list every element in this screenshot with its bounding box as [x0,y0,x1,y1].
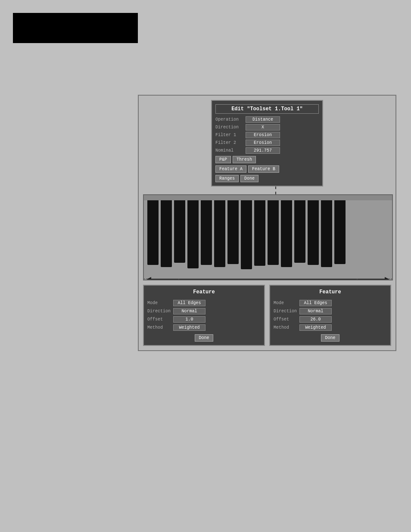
bar-5 [201,200,212,265]
fa-mode-label: Mode [147,301,173,305]
filter2-label: Filter 2 [215,140,246,145]
fa-offset-label: Offset [147,317,173,322]
ranges-button[interactable]: Ranges [215,175,239,182]
fb-method-value: Weighted [299,324,332,331]
direction-label: Direction [215,125,246,130]
filter1-value: Erosion [246,132,280,138]
fa-offset-row: Offset 1.0 [147,316,261,323]
nominal-row: Nominal 291.757 [215,147,319,154]
filter2-row: Filter 2 Erosion [215,140,319,146]
bar-3 [174,200,185,263]
image-inner [144,200,392,280]
fb-direction-row: Direction Normal [274,308,387,314]
connector-bottom-left [178,279,179,280]
feature-a-panel: Feature Mode All Edges Direction Normal … [143,285,265,346]
arrow-left [147,277,151,280]
top-black-bar [13,13,138,43]
feature-a-button[interactable]: Feature A [215,165,246,173]
operation-label: Operation [215,117,246,122]
filter2-value: Erosion [246,140,280,146]
dash-ext-right [389,279,393,279]
bar-6 [214,200,225,267]
fb-method-label: Method [274,325,299,330]
fb-method-row: Method Weighted [274,324,387,331]
bar-13 [308,200,319,265]
fa-method-row: Method Weighted [147,324,261,331]
direction-row: Direction X [215,124,319,131]
bar-15 [334,200,346,264]
fb-mode-row: Mode All Edges [274,300,387,306]
bar-7 [227,200,239,264]
direction-value: X [246,124,280,131]
bar-4 [187,200,199,268]
main-panel: Edit "Toolset 1.Tool 1" Operation Distan… [138,95,396,351]
fb-done-button[interactable]: Done [321,334,339,342]
nominal-label: Nominal [215,148,246,153]
connector-bottom-right [357,279,358,280]
fb-direction-value: Normal [299,308,332,314]
fa-done-button[interactable]: Done [195,334,213,342]
operation-value: Distance [246,116,280,123]
fb-mode-value: All Edges [299,300,332,306]
thresh-button[interactable]: Thresh [233,156,256,163]
bar-2 [161,200,172,267]
fa-method-label: Method [147,325,173,330]
bar-12 [294,200,305,263]
fb-offset-row: Offset 26.0 [274,316,387,323]
vertical-bars-container [147,200,392,271]
fb-offset-value: 26.0 [299,316,332,323]
filter1-row: Filter 1 Erosion [215,132,319,138]
button-row-1: P&P Thresh [215,156,319,163]
fb-mode-label: Mode [274,301,299,305]
bar-1 [147,200,159,265]
connector-top [275,187,276,194]
fa-done-row: Done [147,334,261,342]
operation-row: Operation Distance [215,116,319,123]
done-main-button[interactable]: Done [240,175,258,182]
dash-ext-left [143,279,147,279]
button-row-3: Ranges Done [215,175,319,182]
fa-offset-value: 1.0 [173,316,206,323]
feature-a-title: Feature [147,289,261,296]
feature-b-button[interactable]: Feature B [248,165,279,173]
bar-9 [254,200,265,266]
edit-dialog-wrapper: Edit "Toolset 1.Tool 1" Operation Distan… [143,100,391,187]
image-area [143,194,393,280]
bar-8 [241,200,252,269]
bar-14 [321,200,332,267]
measure-line [147,279,389,280]
fb-direction-label: Direction [274,309,299,314]
pnp-button[interactable]: P&P [215,156,231,163]
feature-b-title: Feature [274,289,387,296]
button-row-2: Feature A Feature B [215,165,319,173]
filter1-label: Filter 1 [215,133,246,137]
edit-dialog: Edit "Toolset 1.Tool 1" Operation Distan… [211,100,323,187]
edit-dialog-title: Edit "Toolset 1.Tool 1" [215,104,319,114]
fb-done-row: Done [274,334,387,342]
nominal-value: 291.757 [246,147,280,154]
feature-b-panel: Feature Mode All Edges Direction Normal … [269,285,391,346]
fa-direction-row: Direction Normal [147,308,261,314]
fa-direction-label: Direction [147,309,173,314]
fb-offset-label: Offset [274,317,299,322]
fa-method-value: Weighted [173,324,206,331]
bar-10 [268,200,279,265]
bottom-panels: Feature Mode All Edges Direction Normal … [143,285,391,346]
bar-11 [281,200,292,267]
fa-mode-row: Mode All Edges [147,300,261,306]
fa-direction-value: Normal [173,308,206,314]
fa-mode-value: All Edges [173,300,206,306]
